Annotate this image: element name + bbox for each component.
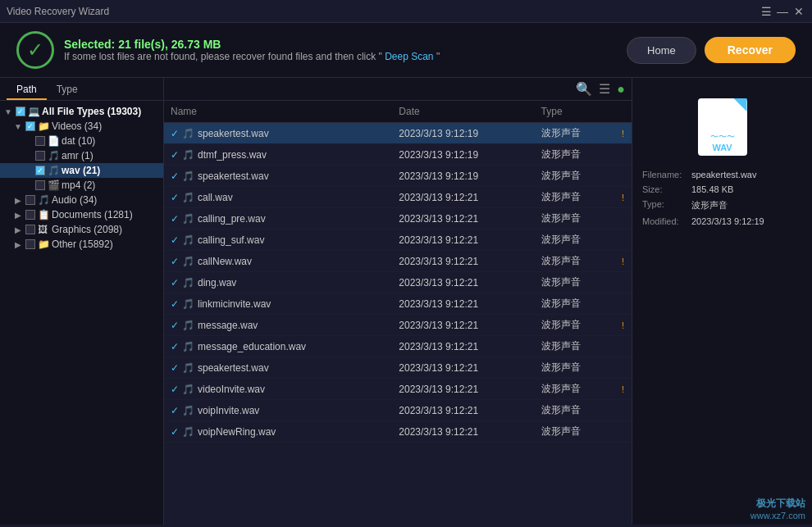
file-checkbox[interactable]: ✓ xyxy=(171,277,179,288)
file-checkbox[interactable]: ✓ xyxy=(171,256,179,267)
file-checkbox[interactable]: ✓ xyxy=(171,213,179,225)
search-icon[interactable]: 🔍 xyxy=(576,81,592,97)
col-header-date: Date xyxy=(392,101,534,123)
table-row[interactable]: ✓ 🎵 speakertest.wav 2023/3/13 9:12:19波形声… xyxy=(164,166,632,187)
file-extra xyxy=(615,400,632,421)
file-checkbox[interactable]: ✓ xyxy=(171,298,179,310)
deep-scan-link[interactable]: Deep Scan xyxy=(385,51,433,62)
recover-button[interactable]: Recover xyxy=(705,37,796,63)
table-row[interactable]: ✓ 🎵 speakertest.wav 2023/3/13 9:12:19波形声… xyxy=(164,123,632,144)
file-checkbox[interactable]: ✓ xyxy=(171,362,179,374)
file-extra: ! xyxy=(615,123,632,144)
sidebar-item-root[interactable]: ▼ ✓ 💻 All File Types (19303) xyxy=(0,104,163,119)
file-checkbox[interactable]: ✓ xyxy=(171,320,179,331)
computer-icon: 💻 xyxy=(28,106,39,117)
graphics-checkbox[interactable] xyxy=(25,225,35,234)
file-checkbox[interactable]: ✓ xyxy=(171,170,179,182)
sidebar-item-other[interactable]: ▶ 📁 Other (15892) xyxy=(0,237,163,252)
table-row[interactable]: ✓ 🎵 voipInvite.wav 2023/3/13 9:12:21波形声音 xyxy=(164,400,632,421)
table-row[interactable]: ✓ 🎵 calling_suf.wav 2023/3/13 9:12:21波形声… xyxy=(164,229,632,251)
wav-label: wav (21) xyxy=(62,165,100,176)
dat-checkbox[interactable] xyxy=(35,136,45,146)
file-type: 波形声音 xyxy=(535,357,615,379)
tab-type[interactable]: Type xyxy=(47,80,88,100)
modified-value: 2023/3/13 9:12:19 xyxy=(691,216,764,226)
expand-icon: ▼ xyxy=(3,107,13,116)
table-row[interactable]: ✓ 🎵 callNew.wav 2023/3/13 9:12:21波形声音! xyxy=(164,251,632,272)
table-row[interactable]: ✓ 🎵 linkmicinvite.wav 2023/3/13 9:12:21波… xyxy=(164,293,632,315)
table-row[interactable]: ✓ 🎵 call.wav 2023/3/13 9:12:21波形声音! xyxy=(164,187,632,208)
content-area: 🔍 ☰ ● Name Date Type xyxy=(164,78,632,525)
mp4-checkbox[interactable] xyxy=(35,180,45,190)
amr-checkbox[interactable] xyxy=(35,151,45,161)
tab-bar: Path Type xyxy=(0,78,163,101)
sidebar-item-wav[interactable]: ✓ 🎵 wav (21) xyxy=(0,163,163,178)
table-row[interactable]: ✓ 🎵 message.wav 2023/3/13 9:12:21波形声音! xyxy=(164,315,632,336)
title-bar-left: Video Recovery Wizard xyxy=(7,6,109,17)
table-row[interactable]: ✓ 🎵 calling_pre.wav 2023/3/13 9:12:21波形声… xyxy=(164,208,632,229)
other-checkbox[interactable] xyxy=(25,239,35,249)
file-name: message.wav xyxy=(198,320,258,331)
list-icon[interactable]: ☰ xyxy=(599,81,610,97)
audio-checkbox[interactable] xyxy=(25,195,35,205)
detail-size-row: Size: 185.48 KB xyxy=(642,184,802,194)
documents-checkbox[interactable] xyxy=(25,210,35,220)
file-type: 波形声音 xyxy=(535,421,615,443)
table-row[interactable]: ✓ 🎵 dtmf_press.wav 2023/3/13 9:12:19波形声音 xyxy=(164,144,632,166)
table-row[interactable]: ✓ 🎵 voipNewRing.wav 2023/3/13 9:12:21波形声… xyxy=(164,421,632,443)
col-header-type: Type xyxy=(535,101,615,123)
watermark-line2: www.xz7.com xyxy=(750,511,805,520)
file-type: 波形声音 xyxy=(535,293,615,315)
title-bar: Video Recovery Wizard ☰ — ✕ xyxy=(0,0,812,23)
minimize-button[interactable]: — xyxy=(776,5,789,18)
file-name-cell: ✓ 🎵 message.wav xyxy=(164,315,392,336)
file-checkbox[interactable]: ✓ xyxy=(171,384,179,395)
file-name: voipInvite.wav xyxy=(198,405,259,416)
sidebar-item-mp4[interactable]: 🎬 mp4 (2) xyxy=(0,178,163,193)
file-type-icon: 🎵 xyxy=(182,213,194,225)
file-table[interactable]: Name Date Type ✓ 🎵 speakertest.w xyxy=(164,101,632,525)
file-checkbox[interactable]: ✓ xyxy=(171,128,179,139)
file-name: speakertest.wav xyxy=(198,170,269,182)
close-button[interactable]: ✕ xyxy=(792,5,805,18)
tab-path[interactable]: Path xyxy=(7,80,47,100)
file-extra xyxy=(615,229,632,251)
file-date: 2023/3/13 9:12:21 xyxy=(392,336,534,357)
sidebar-item-audio[interactable]: ▶ 🎵 Audio (34) xyxy=(0,193,163,207)
file-name: calling_suf.wav xyxy=(198,234,264,246)
file-type: 波形声音 xyxy=(535,251,615,272)
sidebar-item-dat[interactable]: 📄 dat (10) xyxy=(0,134,163,148)
home-button[interactable]: Home xyxy=(627,37,696,64)
expand-icon xyxy=(23,166,33,175)
file-extra xyxy=(615,421,632,443)
sidebar-item-documents[interactable]: ▶ 📋 Documents (1281) xyxy=(0,207,163,222)
file-checkbox[interactable]: ✓ xyxy=(171,341,179,352)
expand-icon xyxy=(23,180,33,190)
file-checkbox[interactable]: ✓ xyxy=(171,405,179,416)
modified-key: Modified: xyxy=(642,216,691,226)
file-checkbox[interactable]: ✓ xyxy=(171,426,179,438)
file-name: speakertest.wav xyxy=(198,362,269,374)
videos-checkbox[interactable]: ✓ xyxy=(25,121,35,131)
root-checkbox[interactable]: ✓ xyxy=(16,107,25,116)
file-name-cell: ✓ 🎵 speakertest.wav xyxy=(164,357,392,379)
table-row[interactable]: ✓ 🎵 ding.wav 2023/3/13 9:12:21波形声音 xyxy=(164,272,632,293)
table-row[interactable]: ✓ 🎵 speakertest.wav 2023/3/13 9:12:21波形声… xyxy=(164,357,632,379)
file-checkbox[interactable]: ✓ xyxy=(171,234,179,246)
table-row[interactable]: ✓ 🎵 videoInvite.wav 2023/3/13 9:12:21波形声… xyxy=(164,379,632,400)
file-checkbox[interactable]: ✓ xyxy=(171,149,179,161)
expand-icon: ▶ xyxy=(13,239,23,249)
wav-checkbox[interactable]: ✓ xyxy=(35,166,45,175)
header: ✓ Selected: 21 file(s), 26.73 MB If some… xyxy=(0,23,812,78)
file-type-icon: 🎵 xyxy=(182,149,194,161)
sidebar-item-graphics[interactable]: ▶ 🖼 Graphics (2098) xyxy=(0,222,163,237)
mp4-icon: 🎬 xyxy=(48,179,59,191)
file-checkbox[interactable]: ✓ xyxy=(171,192,179,203)
menu-button[interactable]: ☰ xyxy=(760,5,773,18)
sidebar-item-amr[interactable]: 🎵 amr (1) xyxy=(0,148,163,163)
expand-icon: ▶ xyxy=(13,195,23,205)
file-name-cell: ✓ 🎵 videoInvite.wav xyxy=(164,379,392,400)
sidebar-item-videos[interactable]: ▼ ✓ 📁 Videos (34) xyxy=(0,119,163,134)
table-row[interactable]: ✓ 🎵 message_education.wav 2023/3/13 9:12… xyxy=(164,336,632,357)
file-type: 波形声音 xyxy=(535,379,615,400)
